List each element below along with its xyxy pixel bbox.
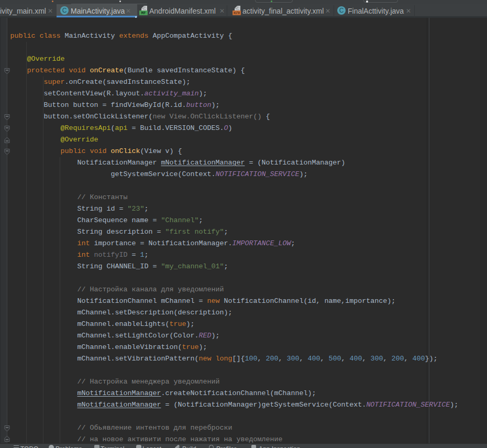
svg-text:</>: </>	[234, 12, 240, 15]
svg-text:MF: MF	[141, 11, 146, 15]
